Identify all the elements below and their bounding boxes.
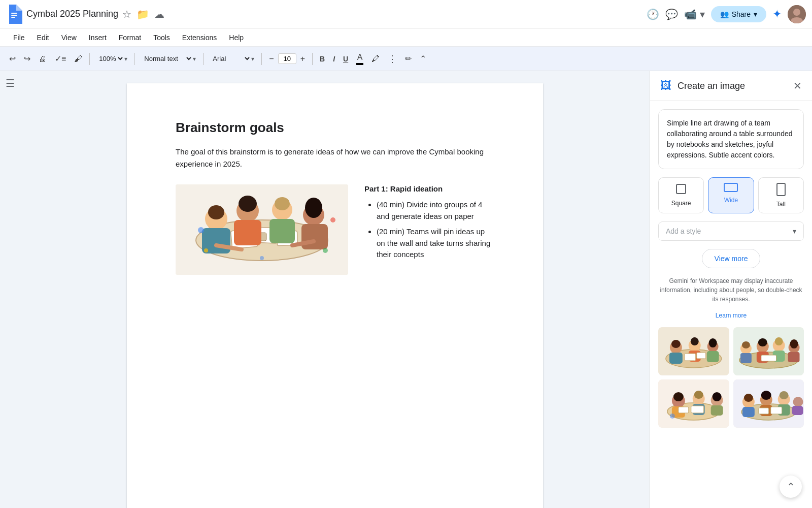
undo-button[interactable]: ↩: [6, 52, 19, 66]
panel-close-button[interactable]: ✕: [793, 80, 802, 92]
share-button[interactable]: 👥 Share ▾: [711, 6, 766, 22]
image-thumb-2[interactable]: [733, 327, 804, 375]
video-button[interactable]: 📹 ▾: [684, 8, 705, 20]
style-dropdown-placeholder: Add a style: [666, 227, 701, 235]
highlight-button[interactable]: 🖍: [368, 52, 383, 66]
svg-point-82: [761, 391, 771, 400]
wide-label: Wide: [724, 197, 738, 204]
underline-button[interactable]: U: [340, 53, 351, 65]
image-thumb-3[interactable]: [658, 379, 729, 428]
menu-tools[interactable]: Tools: [148, 31, 175, 44]
cloud-button[interactable]: ☁: [154, 8, 164, 20]
sidebar-toggle-button[interactable]: ☰: [6, 77, 15, 89]
folder-button[interactable]: 📁: [137, 8, 149, 20]
expand-button[interactable]: ⌃: [417, 52, 429, 66]
comment-button[interactable]: 💬: [665, 8, 678, 20]
font-select[interactable]: Arial: [211, 54, 251, 63]
svg-rect-46: [697, 353, 706, 359]
svg-point-71: [713, 392, 722, 401]
title-bar: Cymbal 2025 Planning ☆ 📁 ☁ 🕐 💬 📹 ▾ 👥 Sha…: [0, 0, 812, 28]
doc-heading: Brainstorm goals: [176, 120, 494, 136]
svg-point-87: [793, 397, 803, 407]
zoom-select[interactable]: 100%: [97, 54, 124, 63]
panel-body: Simple line art drawing of a team collab…: [650, 101, 812, 508]
doc-area[interactable]: Brainstorm goals The goal of this brains…: [20, 71, 650, 508]
svg-point-22: [305, 198, 322, 218]
text-color-button[interactable]: A: [353, 51, 366, 67]
svg-rect-51: [740, 353, 751, 363]
zoom-wrapper[interactable]: 100% ▾: [94, 53, 130, 64]
font-size-input[interactable]: [278, 53, 296, 64]
svg-rect-45: [685, 354, 696, 361]
toolbar-sep-2: [134, 53, 135, 65]
svg-point-56: [774, 337, 783, 345]
redo-button[interactable]: ↪: [21, 52, 33, 66]
star-button[interactable]: ☆: [122, 8, 131, 20]
image-edit-button[interactable]: ✏: [402, 52, 415, 66]
svg-point-26: [198, 227, 204, 233]
toolbar-sep-3: [203, 53, 204, 65]
more-options-button[interactable]: ⋮: [385, 51, 400, 67]
toolbar-sep-5: [312, 53, 313, 65]
svg-point-13: [208, 205, 224, 219]
title-bar-right: 🕐 💬 📹 ▾ 👥 Share ▾ ✦: [647, 5, 806, 23]
text-color-dot: [356, 63, 363, 65]
doc-content-right: Part 1: Rapid ideation (40 min) Divide i…: [364, 184, 494, 275]
chevron-up-icon: ⌃: [787, 481, 795, 493]
view-more-button[interactable]: View more: [702, 249, 761, 268]
doc-page: Brainstorm goals The goal of this brains…: [127, 83, 543, 508]
menu-help[interactable]: Help: [224, 31, 249, 44]
font-size-decrease[interactable]: −: [266, 52, 277, 66]
svg-point-16: [239, 196, 257, 212]
style-wrapper[interactable]: Normal text ▾: [139, 53, 199, 64]
print-button[interactable]: 🖨: [36, 52, 50, 66]
svg-rect-31: [676, 184, 686, 194]
svg-rect-60: [788, 352, 799, 362]
svg-rect-74: [691, 406, 704, 413]
aspect-ratio-buttons: Square Wide Tall: [658, 177, 804, 213]
aspect-wide-button[interactable]: Wide: [708, 177, 754, 213]
svg-rect-72: [711, 405, 723, 416]
style-select[interactable]: Normal text: [142, 54, 193, 63]
aspect-square-button[interactable]: Square: [658, 177, 704, 213]
menu-view[interactable]: View: [56, 31, 82, 44]
spellcheck-button[interactable]: ✓≡: [52, 52, 69, 66]
paint-button[interactable]: 🖌: [71, 52, 85, 66]
toolbar-sep-4: [261, 53, 262, 65]
create-image-icon: 🖼: [660, 79, 671, 92]
svg-rect-0: [11, 13, 17, 14]
disclaimer-text: Gemini for Workspace may display inaccur…: [658, 276, 804, 304]
menu-edit[interactable]: Edit: [32, 31, 54, 44]
image-thumb-1[interactable]: [658, 327, 729, 375]
history-button[interactable]: 🕐: [647, 8, 659, 20]
aspect-tall-button[interactable]: Tall: [758, 177, 804, 213]
svg-point-29: [323, 248, 328, 253]
style-dropdown[interactable]: Add a style ▾: [658, 221, 804, 241]
svg-rect-61: [761, 355, 776, 361]
menu-bar: File Edit View Insert Format Tools Exten…: [0, 28, 812, 47]
svg-rect-80: [742, 407, 754, 417]
panel-header: 🖼 Create an image ✕: [650, 71, 812, 101]
list-item-0: (40 min) Divide into groups of 4 and gen…: [377, 199, 494, 222]
title-icons: ☆ 📁 ☁: [122, 8, 164, 20]
svg-point-43: [709, 338, 717, 347]
font-wrapper[interactable]: Arial ▾: [208, 53, 257, 64]
menu-extensions[interactable]: Extensions: [177, 31, 222, 44]
svg-point-79: [743, 394, 753, 402]
share-label: Share: [732, 10, 751, 18]
image-thumb-4[interactable]: [733, 379, 804, 428]
scroll-to-top-button[interactable]: ⌃: [780, 475, 802, 498]
font-arrow-icon: ▾: [251, 55, 254, 62]
font-size-increase[interactable]: +: [297, 52, 308, 66]
menu-file[interactable]: File: [8, 31, 30, 44]
toolbar: ↩ ↪ 🖨 ✓≡ 🖌 100% ▾ Normal text ▾ Arial ▾ …: [0, 47, 812, 71]
svg-point-4: [793, 9, 800, 16]
menu-insert[interactable]: Insert: [84, 31, 112, 44]
svg-point-68: [694, 391, 703, 399]
italic-button[interactable]: I: [330, 53, 338, 65]
prompt-box[interactable]: Simple line art drawing of a team collab…: [658, 109, 804, 169]
learn-more-link[interactable]: Learn more: [658, 312, 804, 319]
bold-button[interactable]: B: [317, 53, 328, 65]
svg-point-40: [691, 337, 699, 345]
menu-format[interactable]: Format: [114, 31, 146, 44]
